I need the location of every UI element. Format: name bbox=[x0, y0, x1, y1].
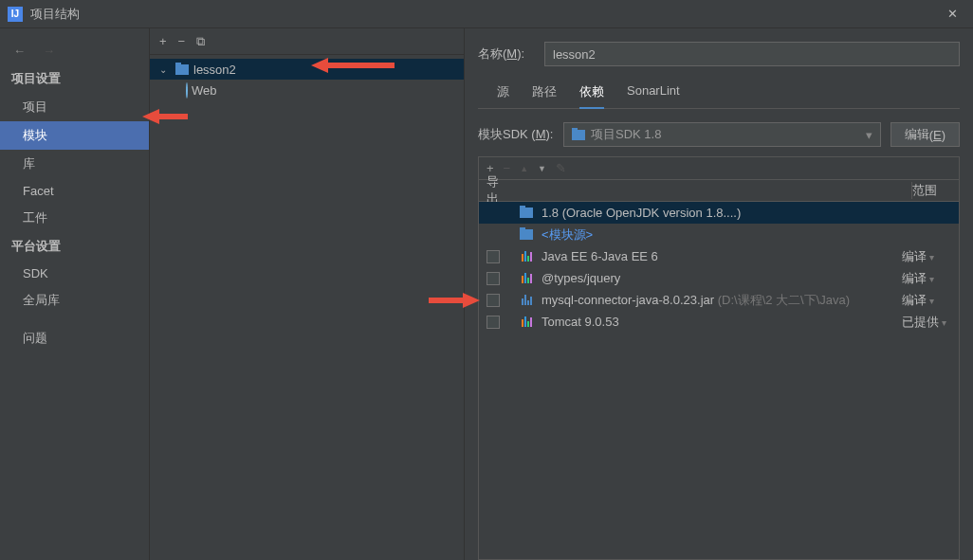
jar-icon bbox=[519, 293, 534, 308]
module-toolbar: + − ⧉ bbox=[150, 28, 464, 55]
remove-module-button[interactable]: − bbox=[178, 34, 186, 48]
lib-yellow-icon bbox=[519, 271, 534, 286]
export-checkbox[interactable] bbox=[486, 294, 500, 307]
window-title: 项目结构 bbox=[30, 6, 80, 23]
tab-sources[interactable]: 源 bbox=[497, 80, 509, 108]
edit-dependency-button[interactable]: ✎ bbox=[556, 161, 566, 175]
dependency-name: @types/jquery bbox=[542, 271, 894, 285]
tab-sonarlint[interactable]: SonarLint bbox=[627, 80, 680, 108]
folder-blue-icon bbox=[519, 227, 534, 243]
dependency-toolbar: + − ▲ ▼ ✎ bbox=[478, 156, 960, 179]
tree-node-lesson2[interactable]: ⌄ lesson2 bbox=[150, 59, 464, 80]
nav-item-sdks[interactable]: SDK bbox=[0, 261, 149, 286]
dependency-name: Java EE 6-Java EE 6 bbox=[542, 249, 894, 263]
tree-node-web[interactable]: Web bbox=[150, 80, 464, 100]
copy-module-button[interactable]: ⧉ bbox=[196, 34, 205, 49]
section-project-settings: 项目设置 bbox=[0, 64, 149, 93]
chevron-down-icon[interactable]: ⌄ bbox=[159, 64, 171, 75]
dependency-header: 导出 范围 bbox=[478, 179, 960, 202]
forward-button[interactable]: → bbox=[39, 40, 59, 62]
nav-item-global-libs[interactable]: 全局库 bbox=[0, 286, 149, 315]
nav-item-modules[interactable]: 模块 bbox=[0, 121, 149, 150]
tree-node-label: lesson2 bbox=[193, 63, 236, 77]
move-up-button[interactable]: ▲ bbox=[520, 164, 528, 173]
dependency-row[interactable]: Java EE 6-Java EE 6编译 ▾ bbox=[479, 245, 959, 267]
section-platform-settings: 平台设置 bbox=[0, 232, 149, 261]
module-tree-panel: + − ⧉ ⌄ lesson2 Web bbox=[150, 28, 465, 560]
app-icon: IJ bbox=[8, 7, 23, 22]
export-checkbox[interactable] bbox=[486, 272, 500, 285]
dependency-name: Tomcat 9.0.53 bbox=[542, 315, 894, 329]
web-icon bbox=[186, 83, 188, 98]
back-button[interactable]: ← bbox=[9, 40, 29, 62]
sdk-value: 项目SDK 1.8 bbox=[591, 126, 661, 143]
name-input[interactable] bbox=[544, 42, 960, 66]
dependency-scope[interactable]: 编译 ▾ bbox=[902, 248, 951, 265]
module-tabs: 源 路径 依赖 SonarLint bbox=[478, 80, 960, 109]
dependency-name: <模块源> bbox=[542, 226, 894, 244]
dependency-scope[interactable]: 编译 ▾ bbox=[902, 270, 951, 287]
dependency-name: mysql-connector-java-8.0.23.jar (D:\课程\2… bbox=[542, 292, 894, 309]
tab-dependencies[interactable]: 依赖 bbox=[579, 80, 604, 108]
close-icon[interactable]: ✕ bbox=[940, 3, 965, 25]
nav-buttons: ← → bbox=[0, 36, 149, 64]
nav-item-artifacts[interactable]: 工件 bbox=[0, 204, 149, 232]
dependency-row[interactable]: Tomcat 9.0.53已提供 ▾ bbox=[479, 311, 959, 333]
sdk-row: 模块SDK (M): 项目SDK 1.8 编辑(E) bbox=[478, 122, 960, 147]
dependency-row[interactable]: mysql-connector-java-8.0.23.jar (D:\课程\2… bbox=[479, 289, 959, 311]
export-checkbox[interactable] bbox=[486, 316, 500, 329]
export-checkbox[interactable] bbox=[486, 250, 500, 263]
name-row: 名称(M): bbox=[478, 42, 960, 66]
move-down-button[interactable]: ▼ bbox=[538, 164, 546, 173]
module-details-panel: 名称(M): 源 路径 依赖 SonarLint 模块SDK (M): 项目SD… bbox=[465, 28, 973, 560]
dependency-name: 1.8 (Oracle OpenJDK version 1.8....) bbox=[542, 206, 894, 220]
dependency-scope[interactable]: 已提供 ▾ bbox=[902, 314, 951, 331]
nav-item-libraries[interactable]: 库 bbox=[0, 150, 149, 178]
tree-child-label: Web bbox=[192, 83, 217, 98]
module-folder-icon bbox=[174, 62, 190, 77]
nav-item-facets[interactable]: Facet bbox=[0, 178, 149, 204]
titlebar: IJ 项目结构 ✕ bbox=[0, 0, 973, 28]
add-module-button[interactable]: + bbox=[159, 34, 167, 48]
dependency-scope[interactable]: 编译 ▾ bbox=[902, 292, 951, 309]
module-tree: ⌄ lesson2 Web bbox=[150, 55, 464, 104]
nav-item-problems[interactable]: 问题 bbox=[0, 324, 149, 352]
tab-paths[interactable]: 路径 bbox=[532, 80, 557, 108]
sdk-folder-icon bbox=[572, 130, 585, 140]
lib-icon bbox=[519, 315, 534, 330]
dependency-row[interactable]: 1.8 (Oracle OpenJDK version 1.8....) bbox=[479, 202, 959, 224]
left-nav: ← → 项目设置 项目 模块 库 Facet 工件 平台设置 SDK 全局库 问… bbox=[0, 28, 150, 560]
edit-sdk-button[interactable]: 编辑(E) bbox=[890, 122, 960, 147]
dependency-row[interactable]: @types/jquery编译 ▾ bbox=[479, 267, 959, 289]
sdk-label: 模块SDK (M): bbox=[478, 126, 554, 143]
dependency-row[interactable]: <模块源> bbox=[479, 224, 959, 245]
col-scope: 范围 bbox=[911, 182, 959, 199]
dependency-list: 1.8 (Oracle OpenJDK version 1.8....)<模块源… bbox=[478, 202, 960, 560]
folder-blue-icon bbox=[519, 206, 534, 221]
lib-icon bbox=[519, 249, 534, 264]
name-label: 名称(M): bbox=[478, 45, 535, 63]
nav-item-project[interactable]: 项目 bbox=[0, 93, 149, 121]
sdk-select[interactable]: 项目SDK 1.8 bbox=[563, 122, 881, 147]
